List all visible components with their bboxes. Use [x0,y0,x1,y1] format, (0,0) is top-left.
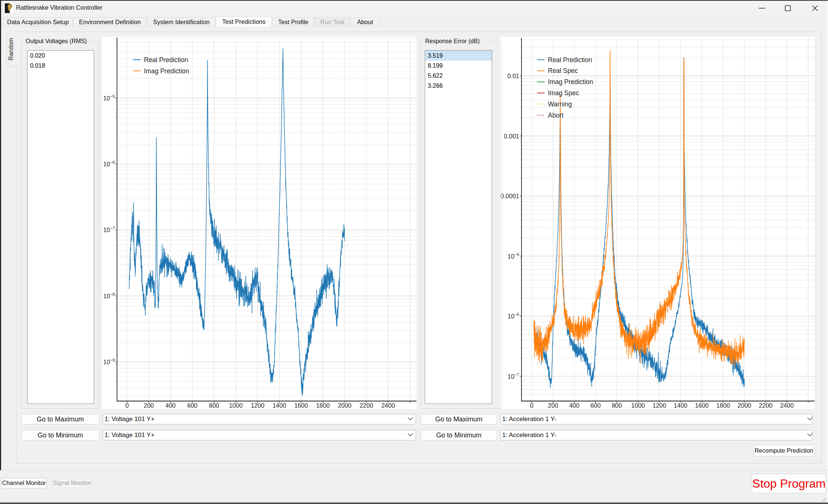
svg-text:2400: 2400 [780,402,794,409]
svg-text:200: 200 [548,402,558,409]
svg-text:600: 600 [187,402,198,409]
svg-text:0.01: 0.01 [507,73,519,79]
svg-text:1600: 1600 [294,402,308,409]
svg-text:Real Prediction: Real Prediction [548,56,592,64]
svg-text:1600: 1600 [695,402,709,409]
svg-text:800: 800 [209,402,219,409]
svg-text:400: 400 [569,402,580,409]
svg-text:1800: 1800 [716,402,730,409]
svg-text:Warning: Warning [548,100,572,108]
svg-text:1800: 1800 [316,402,330,409]
svg-text:1400: 1400 [273,402,286,409]
svg-text:800: 800 [612,402,622,409]
svg-text:0: 0 [125,402,129,409]
svg-text:2200: 2200 [759,402,773,409]
svg-text:2200: 2200 [360,402,373,409]
svg-text:1400: 1400 [674,402,687,409]
svg-text:2000: 2000 [338,402,352,409]
svg-text:Imag Prediction: Imag Prediction [144,67,189,75]
svg-text:1000: 1000 [631,402,645,409]
svg-text:0.0001: 0.0001 [501,193,519,199]
svg-text:Imag Prediction: Imag Prediction [548,78,593,86]
svg-text:Abort: Abort [548,112,564,119]
svg-text:1200: 1200 [652,402,666,409]
svg-text:1200: 1200 [251,402,264,409]
svg-text:600: 600 [590,402,601,409]
svg-text:200: 200 [144,402,154,409]
svg-text:0: 0 [530,402,533,409]
svg-text:0.001: 0.001 [504,133,519,139]
svg-text:Real Prediction: Real Prediction [144,56,188,64]
svg-text:400: 400 [166,402,176,409]
svg-text:Real Spec: Real Spec [548,67,578,74]
svg-text:2000: 2000 [738,402,751,409]
svg-text:1000: 1000 [229,402,243,409]
svg-text:2400: 2400 [381,402,395,409]
svg-text:Imag Spec: Imag Spec [548,89,579,97]
